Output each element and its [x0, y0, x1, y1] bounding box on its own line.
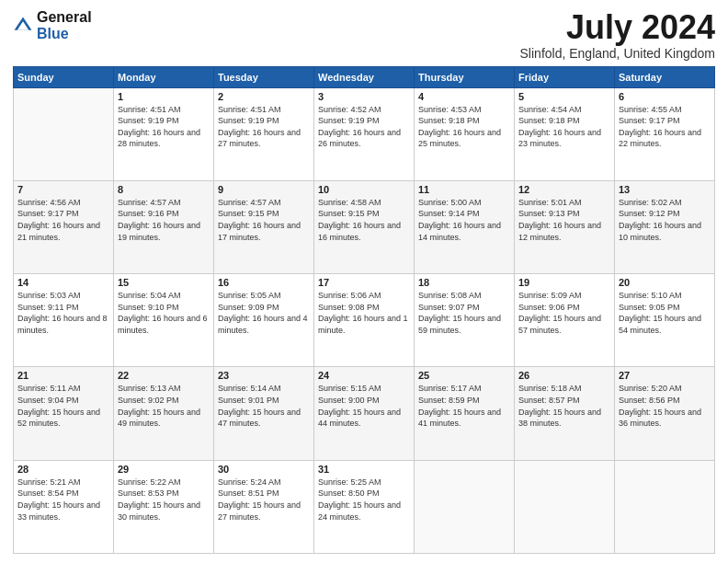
weekday-header: Monday — [114, 66, 214, 87]
calendar-cell: 31Sunrise: 5:25 AMSunset: 8:50 PMDayligh… — [314, 460, 415, 553]
calendar-cell: 9Sunrise: 4:57 AMSunset: 9:15 PMDaylight… — [214, 180, 314, 273]
day-info: Sunrise: 5:24 AMSunset: 8:51 PMDaylight:… — [218, 477, 310, 523]
calendar-cell — [415, 460, 515, 553]
calendar-cell: 27Sunrise: 5:20 AMSunset: 8:56 PMDayligh… — [615, 367, 715, 460]
day-info: Sunrise: 5:17 AMSunset: 8:59 PMDaylight:… — [418, 383, 510, 429]
day-number: 14 — [17, 277, 109, 288]
day-info: Sunrise: 5:01 AMSunset: 9:13 PMDaylight:… — [518, 197, 610, 243]
weekday-header: Thursday — [415, 66, 515, 87]
calendar-cell: 13Sunrise: 5:02 AMSunset: 9:12 PMDayligh… — [615, 180, 715, 273]
title-block: July 2024 Slinfold, England, United King… — [520, 9, 715, 61]
day-number: 22 — [118, 370, 210, 381]
calendar-cell: 30Sunrise: 5:24 AMSunset: 8:51 PMDayligh… — [214, 460, 314, 553]
day-number: 25 — [418, 370, 510, 381]
calendar-page: General Blue July 2024 Slinfold, England… — [0, 0, 728, 563]
calendar-cell — [515, 460, 615, 553]
day-number: 23 — [218, 370, 310, 381]
calendar-cell: 3Sunrise: 4:52 AMSunset: 9:19 PMDaylight… — [314, 87, 415, 180]
calendar-cell: 2Sunrise: 4:51 AMSunset: 9:19 PMDaylight… — [214, 87, 314, 180]
calendar-cell: 8Sunrise: 4:57 AMSunset: 9:16 PMDaylight… — [114, 180, 214, 273]
calendar-cell: 22Sunrise: 5:13 AMSunset: 9:02 PMDayligh… — [114, 367, 214, 460]
calendar-cell: 29Sunrise: 5:22 AMSunset: 8:53 PMDayligh… — [114, 460, 214, 553]
day-info: Sunrise: 4:54 AMSunset: 9:18 PMDaylight:… — [518, 104, 610, 150]
day-number: 15 — [118, 277, 210, 288]
day-info: Sunrise: 4:53 AMSunset: 9:18 PMDaylight:… — [418, 104, 510, 150]
calendar-cell: 21Sunrise: 5:11 AMSunset: 9:04 PMDayligh… — [14, 367, 114, 460]
weekday-header: Tuesday — [214, 66, 314, 87]
day-info: Sunrise: 5:25 AMSunset: 8:50 PMDaylight:… — [318, 477, 410, 523]
calendar-body: 1Sunrise: 4:51 AMSunset: 9:19 PMDaylight… — [14, 87, 715, 553]
day-number: 2 — [218, 91, 310, 102]
calendar-header-row: SundayMondayTuesdayWednesdayThursdayFrid… — [14, 66, 715, 87]
day-info: Sunrise: 5:20 AMSunset: 8:56 PMDaylight:… — [619, 383, 711, 429]
calendar-cell: 15Sunrise: 5:04 AMSunset: 9:10 PMDayligh… — [114, 274, 214, 367]
page-header: General Blue July 2024 Slinfold, England… — [13, 9, 715, 61]
day-info: Sunrise: 5:10 AMSunset: 9:05 PMDaylight:… — [619, 290, 711, 336]
calendar-cell: 14Sunrise: 5:03 AMSunset: 9:11 PMDayligh… — [14, 274, 114, 367]
weekday-header: Wednesday — [314, 66, 415, 87]
day-number: 28 — [17, 464, 109, 475]
calendar-cell: 12Sunrise: 5:01 AMSunset: 9:13 PMDayligh… — [515, 180, 615, 273]
day-number: 10 — [318, 184, 410, 195]
day-number: 1 — [118, 91, 210, 102]
calendar-cell — [14, 87, 114, 180]
calendar-week-row: 21Sunrise: 5:11 AMSunset: 9:04 PMDayligh… — [14, 367, 715, 460]
day-number: 30 — [218, 464, 310, 475]
logo-text: General Blue — [37, 9, 92, 41]
day-number: 9 — [218, 184, 310, 195]
day-info: Sunrise: 5:15 AMSunset: 9:00 PMDaylight:… — [318, 383, 410, 429]
location: Slinfold, England, United Kingdom — [520, 46, 715, 61]
logo-icon — [13, 16, 33, 36]
calendar-cell: 5Sunrise: 4:54 AMSunset: 9:18 PMDaylight… — [515, 87, 615, 180]
weekday-header: Saturday — [615, 66, 715, 87]
day-info: Sunrise: 4:57 AMSunset: 9:15 PMDaylight:… — [218, 197, 310, 243]
day-info: Sunrise: 4:58 AMSunset: 9:15 PMDaylight:… — [318, 197, 410, 243]
day-info: Sunrise: 5:21 AMSunset: 8:54 PMDaylight:… — [17, 477, 109, 523]
calendar-week-row: 7Sunrise: 4:56 AMSunset: 9:17 PMDaylight… — [14, 180, 715, 273]
day-info: Sunrise: 5:18 AMSunset: 8:57 PMDaylight:… — [518, 383, 610, 429]
day-number: 8 — [118, 184, 210, 195]
day-number: 16 — [218, 277, 310, 288]
day-number: 6 — [619, 91, 711, 102]
calendar-cell: 25Sunrise: 5:17 AMSunset: 8:59 PMDayligh… — [415, 367, 515, 460]
day-number: 19 — [518, 277, 610, 288]
calendar-cell: 1Sunrise: 4:51 AMSunset: 9:19 PMDaylight… — [114, 87, 214, 180]
day-number: 18 — [418, 277, 510, 288]
day-number: 5 — [518, 91, 610, 102]
logo-general: General — [37, 9, 92, 26]
calendar-week-row: 28Sunrise: 5:21 AMSunset: 8:54 PMDayligh… — [14, 460, 715, 553]
day-info: Sunrise: 5:11 AMSunset: 9:04 PMDaylight:… — [17, 383, 109, 429]
calendar-cell: 4Sunrise: 4:53 AMSunset: 9:18 PMDaylight… — [415, 87, 515, 180]
calendar-cell — [615, 460, 715, 553]
calendar-cell: 26Sunrise: 5:18 AMSunset: 8:57 PMDayligh… — [515, 367, 615, 460]
day-info: Sunrise: 5:22 AMSunset: 8:53 PMDaylight:… — [118, 477, 210, 523]
day-info: Sunrise: 5:04 AMSunset: 9:10 PMDaylight:… — [118, 290, 210, 336]
day-number: 21 — [17, 370, 109, 381]
day-info: Sunrise: 4:51 AMSunset: 9:19 PMDaylight:… — [218, 104, 310, 150]
calendar-cell: 11Sunrise: 5:00 AMSunset: 9:14 PMDayligh… — [415, 180, 515, 273]
weekday-header: Friday — [515, 66, 615, 87]
day-number: 17 — [318, 277, 410, 288]
calendar-cell: 6Sunrise: 4:55 AMSunset: 9:17 PMDaylight… — [615, 87, 715, 180]
calendar-cell: 18Sunrise: 5:08 AMSunset: 9:07 PMDayligh… — [415, 274, 515, 367]
calendar-cell: 23Sunrise: 5:14 AMSunset: 9:01 PMDayligh… — [214, 367, 314, 460]
day-number: 26 — [518, 370, 610, 381]
day-info: Sunrise: 5:08 AMSunset: 9:07 PMDaylight:… — [418, 290, 510, 336]
calendar-cell: 17Sunrise: 5:06 AMSunset: 9:08 PMDayligh… — [314, 274, 415, 367]
day-info: Sunrise: 5:05 AMSunset: 9:09 PMDaylight:… — [218, 290, 310, 336]
day-number: 3 — [318, 91, 410, 102]
day-number: 31 — [318, 464, 410, 475]
day-number: 20 — [619, 277, 711, 288]
day-info: Sunrise: 5:13 AMSunset: 9:02 PMDaylight:… — [118, 383, 210, 429]
day-number: 13 — [619, 184, 711, 195]
day-number: 27 — [619, 370, 711, 381]
calendar-week-row: 14Sunrise: 5:03 AMSunset: 9:11 PMDayligh… — [14, 274, 715, 367]
logo: General Blue — [13, 9, 92, 41]
day-info: Sunrise: 4:52 AMSunset: 9:19 PMDaylight:… — [318, 104, 410, 150]
calendar-week-row: 1Sunrise: 4:51 AMSunset: 9:19 PMDaylight… — [14, 87, 715, 180]
calendar-cell: 24Sunrise: 5:15 AMSunset: 9:00 PMDayligh… — [314, 367, 415, 460]
day-info: Sunrise: 5:02 AMSunset: 9:12 PMDaylight:… — [619, 197, 711, 243]
month-title: July 2024 — [520, 9, 715, 46]
day-number: 24 — [318, 370, 410, 381]
calendar-table: SundayMondayTuesdayWednesdayThursdayFrid… — [13, 66, 715, 554]
